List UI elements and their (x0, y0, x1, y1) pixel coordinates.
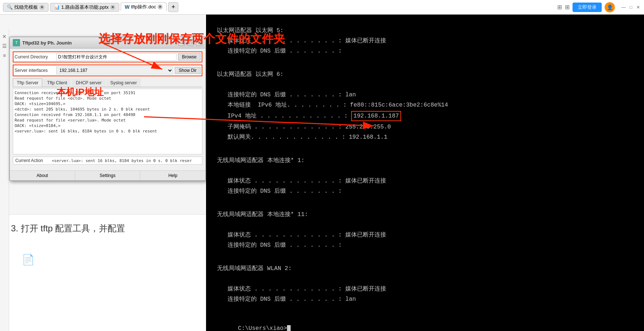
cmd-wlan1-dns: 连接特定的 DNS 后缀 . . . . . . . : (217, 187, 633, 196)
show-dir-button[interactable]: Show Dir (175, 67, 201, 74)
tab-moban-label: 找稳壳模板 (14, 4, 38, 11)
tftp-dialog: T Tftpd32 by Ph. Jounin — □ ✕ Current Di… (9, 36, 206, 181)
cmd-wlan11-media: 媒体状态 . . . . . . . . . . . . : 媒体已断开连接 (217, 231, 633, 239)
cmd-blank6 (217, 220, 633, 229)
slide-step-3: 3. 打开 tftp 配置工具，并配置 (11, 222, 197, 235)
cmd-blank2 (217, 80, 633, 89)
taskbar-right: ⊞ ⊞ 立即登录 👤 — □ ✕ (557, 2, 641, 12)
cmd-eth5-dns: 连接特定的 DNS 后缀 . . . . . . . : (217, 47, 633, 55)
help-button[interactable]: Help (140, 171, 205, 180)
cmd-eth6-dns: 连接特定的 DNS 后缀 . . . . . . . : lan (217, 91, 633, 99)
log-line-2: Read request for file <dctd>. Mode octet (15, 96, 201, 101)
cmd-blank9 (217, 305, 633, 314)
annotation-title: 选择存放刚刚保存两个文件的文件夹 (98, 31, 285, 47)
cmd-wlan2-media: 媒体状态 . . . . . . . . . . . . : 媒体已断开连接 (217, 285, 633, 293)
log-line-4: <dctd>: sent 205 blks, 104695 bytes in 2… (15, 107, 201, 112)
log-line-5: Connection received from 192.168.1.1 on … (15, 112, 201, 117)
tftp-title-icon: T (13, 39, 20, 46)
sidebar-close-icon[interactable]: ✕ (1, 33, 8, 40)
cmd-wlan2-dns: 连接特定的 DNS 后缀 . . . . . . . : lan (217, 295, 633, 304)
tab-doc-label: tftp操作.doc (131, 4, 156, 10)
doc-icon: W (125, 4, 129, 10)
action-label: Current Action (15, 158, 52, 163)
cmd-eth6-gateway: 默认网关. . . . . . . . . . . . . : 192.168.… (217, 133, 633, 142)
log-area[interactable]: Connection received from 192.168.1.1 on … (13, 89, 202, 154)
cmd-wlan11-dns: 连接特定的 DNS 后缀 . . . . . . . : (217, 241, 633, 250)
browse-button[interactable]: Browse (178, 53, 201, 61)
dialog-footer: About Settings Help (10, 170, 205, 180)
log-line-6: Read request for file <server.lua>. Mode… (15, 118, 201, 123)
tab-tftp-server[interactable]: Tftp Server (13, 78, 42, 87)
minimize-btn[interactable]: — (621, 4, 626, 10)
tab-doc[interactable]: W tftp操作.doc ✕ (121, 3, 167, 12)
cmd-blank4 (217, 166, 633, 175)
close-tab-moban[interactable]: ✕ (39, 5, 44, 10)
tab-pptx[interactable]: 📊 1.路由器基本功能.pptx ✕ (50, 3, 119, 12)
dialog-body: Current Directory Browse Server interfac… (10, 49, 205, 168)
pptx-icon: 📊 (54, 4, 60, 10)
cursor-blink (287, 325, 291, 331)
server-interfaces-label: Server interfaces (15, 68, 55, 73)
dialog-tabs: Tftp Server Tftp Client DHCP server Sysl… (13, 78, 202, 87)
slide-content: 📄 3. 打开 tftp 配置工具，并配置 (0, 214, 208, 331)
cmd-eth6-ipv6: 本地链接 IPv6 地址. . . . . . . . : fe80::815c… (217, 101, 633, 109)
tab-moban[interactable]: 🔍 找稳壳模板 ✕ (3, 3, 49, 12)
left-sidebar: ✕ ☰ ≡ (0, 29, 9, 331)
tab-syslog-server[interactable]: Syslog server (106, 78, 141, 87)
action-value: <server.lua>: sent 16 blks, 8184 bytes i… (52, 158, 200, 163)
maximize-btn[interactable]: □ (628, 4, 634, 10)
current-dir-row: Current Directory Browse (13, 51, 202, 62)
cmd-wlan11-header: 无线局域网适配器 本地连接* 11: (217, 210, 633, 219)
cmd-eth6-subnet: 子网掩码 . . . . . . . . . . . . : 255.255.2… (217, 123, 633, 131)
cmd-wlan2-header: 无线局域网适配器 WLAN 2: (217, 264, 633, 273)
grid-icon-1: ⊞ (557, 4, 562, 11)
cmd-eth6-ipv4: IPv4 地址 . . . . . . . . . . . . : 192.16… (217, 111, 633, 121)
taskbar-tabs: 🔍 找稳壳模板 ✕ 📊 1.路由器基本功能.pptx ✕ W tftp操作.do… (3, 2, 178, 12)
close-tab-doc[interactable]: ✕ (158, 4, 163, 9)
current-action-row: Current Action <server.lua>: sent 16 blk… (13, 157, 202, 165)
server-interfaces-select[interactable]: 192.168.1.187 (56, 66, 173, 74)
taskbar: 🔍 找稳壳模板 ✕ 📊 1.路由器基本功能.pptx ✕ W tftp操作.do… (0, 0, 644, 15)
cmd-wlan1-media: 媒体状态 . . . . . . . . . . . . : 媒体已断开连接 (217, 177, 633, 185)
moban-icon: 🔍 (7, 4, 13, 10)
cmd-prompt-text: C:\Users\xiao> (238, 325, 287, 331)
current-dir-input[interactable] (56, 53, 176, 61)
cmd-blank8 (217, 274, 633, 283)
tab-pptx-label: 1.路由器基本功能.pptx (61, 4, 109, 11)
server-interfaces-row: Server interfaces 192.168.1.187 Show Dir (13, 65, 202, 76)
step3-text: 3. 打开 tftp 配置工具，并配置 (11, 223, 125, 233)
sidebar-list-icon[interactable]: ≡ (1, 52, 8, 59)
log-line-7: OACK: <tsize=8184,> (15, 123, 201, 128)
log-line-3: OACK: <tsize=104695,> (15, 101, 201, 106)
cmd-blank3 (217, 143, 633, 152)
current-dir-label: Current Directory (15, 54, 55, 59)
log-line-8: <server.lua>: sent 16 blks, 8184 bytes i… (15, 129, 201, 134)
close-btn[interactable]: ✕ (635, 4, 641, 10)
cmd-eth6-header: 以太网适配器 以太网 6: (217, 70, 633, 79)
grid-icon-2: ⊞ (565, 4, 570, 11)
about-button[interactable]: About (10, 171, 75, 180)
cmd-prompt-line: C:\Users\xiao> (217, 315, 633, 331)
close-tab-pptx[interactable]: ✕ (110, 5, 115, 10)
user-avatar[interactable]: 👤 (605, 2, 615, 12)
log-line-1: Connection received from 192.168.1.1 on … (15, 91, 201, 95)
cmd-blank7 (217, 251, 633, 260)
cmd-window[interactable]: 以太网适配器 以太网 5: 媒体状态 . . . . . . . . . . .… (206, 15, 644, 331)
sidebar-menu-icon[interactable]: ☰ (1, 42, 8, 50)
doc-icon: 📄 (22, 254, 34, 265)
ip-highlight: 192.168.1.187 (351, 111, 401, 121)
settings-button[interactable]: Settings (75, 171, 140, 180)
main-content: ✕ ☰ ≡ 选择存放刚刚保存两个文件的文件夹 本机IP地址 T Tftpd32 … (0, 15, 644, 331)
window-controls: — □ ✕ (621, 4, 641, 10)
login-button[interactable]: 立即登录 (573, 3, 602, 12)
new-tab-btn[interactable]: + (168, 2, 179, 12)
cmd-wlan1-header: 无线局域网适配器 本地连接* 1: (217, 156, 633, 165)
cmd-blank5 (217, 197, 633, 206)
ip-annotation-label: 本机IP地址 (57, 86, 104, 99)
cmd-blank1 (217, 57, 633, 66)
